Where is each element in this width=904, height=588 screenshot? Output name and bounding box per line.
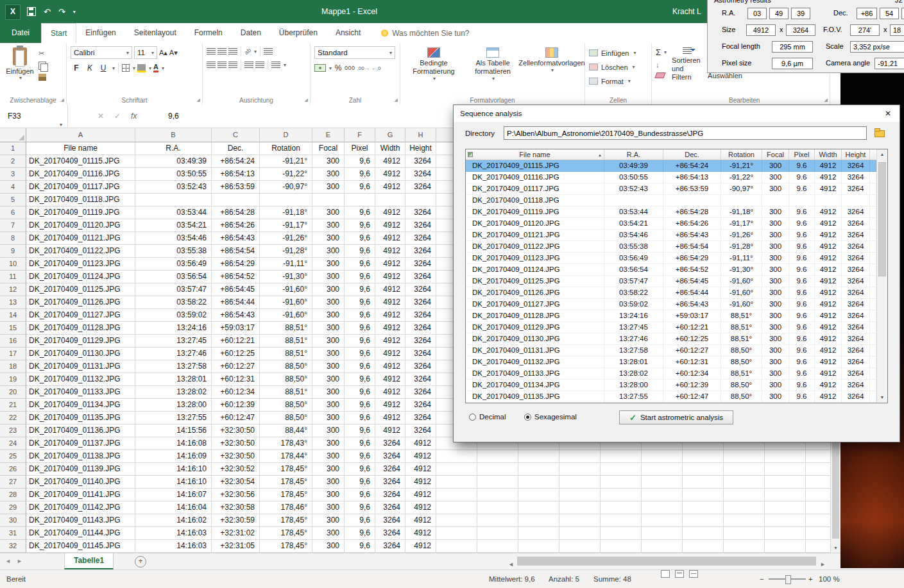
cell[interactable]: 178,45° [260, 476, 312, 489]
row-header[interactable]: 2 [0, 155, 26, 168]
dialog-row[interactable]: DK_20170409_01125.JPG03:57:47+86:54:45-9… [466, 276, 876, 287]
cell[interactable]: 9,6 [345, 245, 375, 258]
cell[interactable]: +32:30:59 [212, 514, 260, 527]
clipboard-dialog-launcher-icon[interactable]: ◢ [61, 97, 64, 103]
cut-icon[interactable]: ✂ [38, 49, 46, 58]
add-sheet-icon[interactable]: + [135, 556, 146, 567]
row-header[interactable]: 9 [0, 245, 26, 258]
cell[interactable]: 9,6 [345, 258, 375, 271]
cell[interactable]: 3264 [405, 271, 436, 283]
cell[interactable]: DK_20170409_01117.JPG [26, 181, 135, 194]
cell[interactable]: 9,6 [345, 514, 375, 527]
cell[interactable]: DK_20170409_01128.JPG [26, 322, 135, 335]
cell[interactable]: 4912 [375, 296, 405, 309]
ra-minutes-field[interactable]: 49 [769, 8, 789, 19]
cell[interactable]: 9,6 [345, 463, 375, 476]
cell[interactable]: 88,50° [260, 399, 312, 412]
orientation-icon[interactable]: ab [243, 47, 252, 56]
wrap-text-icon[interactable] [264, 48, 273, 55]
cell[interactable]: 03:54:21 [135, 219, 212, 232]
cell[interactable]: DK_20170409_01134.JPG [26, 399, 135, 412]
cell[interactable]: 14:16:02 [135, 514, 212, 527]
cell[interactable]: 9,6 [345, 424, 375, 437]
cell[interactable]: 4912 [405, 514, 436, 527]
cell[interactable]: +59:03:17 [212, 322, 260, 335]
dialog-title[interactable]: Sequence analysis [454, 105, 900, 122]
cell[interactable]: 300 [312, 271, 345, 283]
cell[interactable]: 9,6 [345, 168, 375, 181]
cell[interactable]: 88,51° [260, 348, 312, 360]
cell[interactable]: 178,43° [260, 437, 312, 450]
normal-view-icon[interactable] [661, 570, 670, 578]
fill-down-icon[interactable]: ↓ [656, 61, 667, 69]
row-header[interactable]: 12 [0, 283, 26, 296]
column-header-a[interactable]: A [26, 128, 135, 142]
align-top-icon[interactable] [207, 48, 216, 55]
camera-angle-field[interactable]: -91,21 [874, 58, 904, 69]
cell[interactable]: 300 [312, 168, 345, 181]
sort-filter-button[interactable]: Sortieren und Filtern [672, 46, 703, 94]
cell[interactable]: 03:59:02 [135, 309, 212, 322]
cell[interactable]: 3264 [405, 386, 436, 399]
cell[interactable]: +60:12:25 [212, 348, 260, 360]
insert-cells-button[interactable]: Einfügen▾ [589, 46, 649, 60]
cell[interactable]: 3264 [405, 258, 436, 271]
row-header[interactable]: 1 [0, 142, 26, 155]
scale-field[interactable]: 3,352 px/se [850, 41, 904, 53]
cell[interactable] [312, 194, 345, 206]
font-size-dropdown-icon[interactable]: ▾ [151, 50, 154, 56]
tell-me-box[interactable]: Was möchten Sie tun? [381, 23, 469, 43]
cell[interactable]: DK_20170409_01124.JPG [26, 271, 135, 283]
cell[interactable]: 4912 [405, 463, 436, 476]
cell[interactable]: -91,11° [260, 258, 312, 271]
row-header[interactable]: 20 [0, 386, 26, 399]
cell[interactable]: 3264 [405, 296, 436, 309]
cell[interactable]: Rotation [260, 142, 312, 155]
cell[interactable]: 3264 [405, 360, 436, 373]
percent-style-icon[interactable]: % [334, 62, 343, 74]
cell[interactable]: +32:31:05 [212, 540, 260, 553]
cell[interactable]: 03:52:43 [135, 181, 212, 194]
merge-center-icon[interactable] [271, 62, 280, 69]
cell[interactable]: 3264 [405, 335, 436, 348]
delete-cells-button[interactable]: Löschen▾ [589, 60, 649, 74]
cell[interactable]: 88,51° [260, 386, 312, 399]
cell[interactable] [345, 194, 375, 206]
row-header[interactable]: 17 [0, 348, 26, 360]
cell[interactable]: DK_20170409_01115.JPG [26, 155, 135, 168]
cell[interactable]: +60:12:21 [212, 335, 260, 348]
cell[interactable]: +86:54:54 [212, 245, 260, 258]
underline-dropdown-icon[interactable]: ▾ [112, 65, 115, 71]
cell[interactable]: 4912 [375, 258, 405, 271]
font-dialog-launcher-icon[interactable]: ◢ [197, 97, 200, 103]
cell[interactable]: 300 [312, 309, 345, 322]
cell[interactable]: +32:30:58 [212, 501, 260, 514]
ribbon-tab-formeln[interactable]: Formeln [185, 23, 232, 43]
row-header[interactable]: 16 [0, 335, 26, 348]
empty-cells[interactable] [436, 514, 830, 527]
close-icon[interactable]: ✕ [880, 107, 896, 120]
cell[interactable]: DK_20170409_01136.JPG [26, 424, 135, 437]
cell[interactable]: 14:16:08 [135, 437, 212, 450]
borders-icon[interactable] [122, 64, 130, 72]
row-header[interactable]: 11 [0, 271, 26, 283]
browse-folder-button[interactable] [872, 127, 887, 140]
cell[interactable]: 300 [312, 283, 345, 296]
dialog-row[interactable]: DK_20170409_01120.JPG03:54:21+86:54:26-9… [466, 218, 876, 230]
cell[interactable]: 4912 [375, 412, 405, 424]
cell[interactable]: +32:31:02 [212, 527, 260, 540]
cell[interactable]: 4912 [405, 501, 436, 514]
cell[interactable]: DK_20170409_01137.JPG [26, 437, 135, 450]
cell[interactable]: DK_20170409_01125.JPG [26, 283, 135, 296]
cell[interactable]: DK_20170409_01139.JPG [26, 463, 135, 476]
cell[interactable]: +60:12:31 [212, 373, 260, 386]
column-header-e[interactable]: E [312, 128, 345, 142]
cell[interactable]: +60:12:39 [212, 399, 260, 412]
cell[interactable]: 3264 [405, 155, 436, 168]
increase-indent-icon[interactable] [255, 62, 264, 69]
ribbon-tab-ansicht[interactable]: Ansicht [327, 23, 370, 43]
enter-icon[interactable]: ✓ [114, 105, 121, 128]
empty-cells[interactable] [436, 527, 830, 540]
dialog-row[interactable]: DK_20170409_01115.JPG03:49:39+86:54:24-9… [466, 160, 876, 172]
cell[interactable]: +86:54:52 [212, 271, 260, 283]
